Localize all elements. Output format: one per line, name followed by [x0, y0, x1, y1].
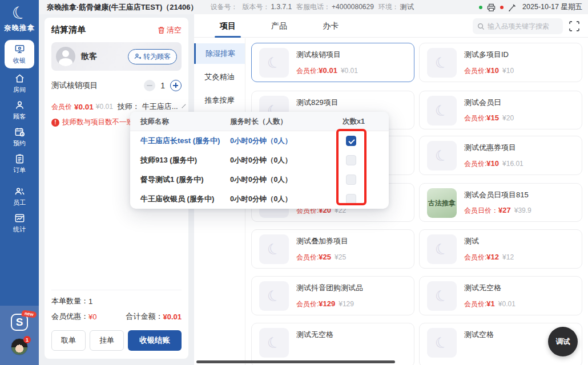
tech-row-checkbox-2[interactable]	[346, 175, 356, 185]
sidebar-nav: 收银 房间 顾客 预约 订单 员工	[0, 40, 39, 237]
horizontal-scrollbar[interactable]	[196, 360, 395, 363]
sidebar-item-cashier[interactable]: 收银	[5, 40, 34, 68]
printer-status-dot	[479, 6, 482, 9]
technician-row[interactable]: 牛王庙店长test (服务中) 0小时0分钟（0人）	[130, 131, 389, 151]
new-badge: new	[22, 310, 37, 318]
technician-select-modal: 技师名称 服务时长（人数） 次数x1 牛王庙店长test (服务中) 0小时0分…	[130, 112, 389, 209]
checkout-title: 结算清单	[51, 25, 86, 35]
sidebar-item-customers[interactable]: 顾客	[5, 97, 34, 123]
divider	[51, 290, 182, 290]
product-placeholder-moon-icon: ☾	[427, 48, 457, 78]
tech-row-checkbox-0[interactable]	[346, 136, 356, 146]
product-placeholder-moon-icon: ☾	[427, 96, 457, 125]
brand-logo-moon-icon: ☾	[9, 2, 29, 25]
product-placeholder-moon-icon: ☾	[259, 48, 289, 78]
product-placeholder-moon-icon: ☾	[427, 281, 457, 311]
product-card[interactable]: ☾ 测试多项目ID 会员价:¥10¥10	[419, 43, 582, 82]
hold-order-button[interactable]: 挂单	[90, 330, 124, 351]
product-placeholder-moon-icon: ☾	[427, 328, 457, 358]
customer-avatar	[56, 47, 75, 66]
merchant-app-logo[interactable]: S new	[11, 314, 28, 331]
cart-item-name: 测试核销项目	[51, 80, 144, 91]
plus-button[interactable]	[170, 80, 182, 91]
product-placeholder-moon-icon: ☾	[427, 234, 457, 264]
clear-cart-button[interactable]: 清空	[158, 25, 182, 35]
minus-button[interactable]	[144, 80, 155, 91]
sidebar-item-statistics[interactable]: 统计	[5, 210, 34, 236]
appointment-icon	[14, 127, 25, 137]
room-icon	[14, 73, 25, 84]
quantity-value: 1	[160, 81, 165, 90]
sidebar-item-orders[interactable]: 订单	[5, 151, 34, 177]
category-item[interactable]: 除湿排寒	[194, 43, 245, 64]
order-count-row: 本单数量：1	[51, 296, 182, 306]
technician-row[interactable]: 牛王庙收银员 (服务中) 0小时0分钟（0人）	[130, 189, 389, 209]
total-amount: ¥0.01	[163, 313, 182, 321]
warning-icon: !	[51, 119, 59, 127]
tab-cards[interactable]: 办卡	[313, 14, 348, 38]
search-input[interactable]	[488, 22, 558, 30]
version-no: 版本号：1.3.7.1	[242, 2, 292, 12]
totals-row: 会员优惠：¥0 合计金额：¥0.01	[51, 311, 182, 322]
product-card[interactable]: ☾ 测试叠加券项目 会员价:¥25¥25	[251, 229, 414, 269]
product-placeholder-moon-icon: ☾	[427, 141, 457, 171]
product-card[interactable]: ☾ 测试优惠券项目 会员价:¥10¥16.01	[419, 136, 582, 175]
customer-card: 散客 转为顾客	[51, 42, 182, 71]
product-card[interactable]: ☾ 测试无空格 会员价:¥1¥0.01	[419, 276, 582, 315]
brand-name: 奈晚推拿	[4, 23, 35, 33]
convert-to-customer-button[interactable]: 转为顾客	[128, 49, 177, 64]
technician-row[interactable]: 技师913 (服务中) 0小时0分钟（0人）	[130, 151, 389, 170]
cart-item-row: 测试核销项目 1	[51, 80, 182, 91]
topbar: 奈晚推拿·筋骨健康(牛王庙店TEST)（21406） 设备号： 版本号：1.3.…	[39, 0, 588, 14]
product-placeholder-moon-icon: ☾	[259, 234, 289, 264]
user-avatar-wrap[interactable]: 1	[11, 338, 28, 355]
product-placeholder-moon-icon: ☾	[259, 281, 289, 311]
technician-selector[interactable]: 牛王庙店...	[142, 102, 178, 112]
search-box[interactable]	[473, 18, 563, 34]
product-card[interactable]: ☾ 测试抖音团购测试品 会员价:¥129¥129	[251, 276, 414, 315]
sidebar-item-staff[interactable]: 员工	[5, 183, 34, 209]
trash-icon	[158, 26, 165, 34]
cart-item-price-row: 会员价 ¥0.01 ¥0.01 技师： 牛王庙店...	[51, 102, 182, 112]
retrieve-order-button[interactable]: 取单	[51, 330, 86, 351]
member-price: ¥0.01	[74, 103, 94, 111]
category-item[interactable]: 推拿按摩	[194, 90, 245, 111]
technician-modal-header: 技师名称 服务时长（人数） 次数x1	[130, 112, 389, 131]
statistics-icon	[14, 213, 25, 224]
tech-row-checkbox-3[interactable]	[346, 194, 356, 204]
technician-row[interactable]: 督导测试1 (服务中) 0小时0分钟（0人）	[130, 170, 389, 189]
order-count: 1	[88, 297, 92, 306]
service-phone: 客服电话：+4000080629	[296, 2, 374, 12]
printer-icon[interactable]	[487, 3, 496, 11]
sidebar: ☾ 奈晚推拿 收银 房间 顾客 预约 订单	[0, 0, 39, 365]
search-icon	[477, 23, 485, 30]
tab-products[interactable]: 产品	[261, 14, 297, 38]
product-card[interactable]: ☾ 测试会员日 会员价:¥15¥20	[419, 91, 582, 129]
tab-projects[interactable]: 项目	[210, 14, 245, 38]
product-card[interactable]: ☾ 测试 会员价:¥12¥12	[419, 229, 582, 269]
category-item[interactable]: 艾灸精油	[194, 67, 245, 87]
original-price: ¥0.01	[96, 103, 113, 111]
order-icon	[14, 153, 25, 164]
chevron-down-icon[interactable]	[182, 104, 186, 108]
debug-button[interactable]: 调试	[548, 327, 578, 356]
scan-icon[interactable]	[567, 19, 581, 33]
app-window: 奈晚推拿·筋骨健康(牛王庙店TEST)（21406） 设备号： 版本号：1.3.…	[0, 0, 588, 365]
customer-icon	[14, 100, 25, 111]
staff-icon	[14, 186, 25, 197]
person-icon	[134, 53, 141, 60]
scale-icon[interactable]	[508, 3, 517, 11]
device-no: 设备号：	[210, 2, 237, 12]
quantity-stepper: 1	[144, 80, 182, 91]
settle-button[interactable]: 收银结账	[128, 330, 182, 351]
product-card[interactable]: ☾ 测试核销项目 会员价:¥0.01¥0.01	[251, 43, 414, 82]
cashier-icon	[14, 44, 25, 55]
tech-row-checkbox-1[interactable]	[346, 155, 356, 165]
label-printer-status-dot	[500, 6, 504, 9]
current-date: 2025-10-17 星期五	[522, 2, 582, 12]
product-card[interactable]: 古法推拿 测试会员日项目815 会员日价：¥27¥39.9	[419, 183, 582, 222]
product-card[interactable]: ☾ 测试无空格	[251, 323, 414, 365]
store-title: 奈晚推拿·筋骨健康(牛王庙店TEST)（21406）	[47, 2, 198, 13]
sidebar-item-appointments[interactable]: 预约	[5, 124, 34, 150]
sidebar-item-rooms[interactable]: 房间	[5, 70, 34, 96]
